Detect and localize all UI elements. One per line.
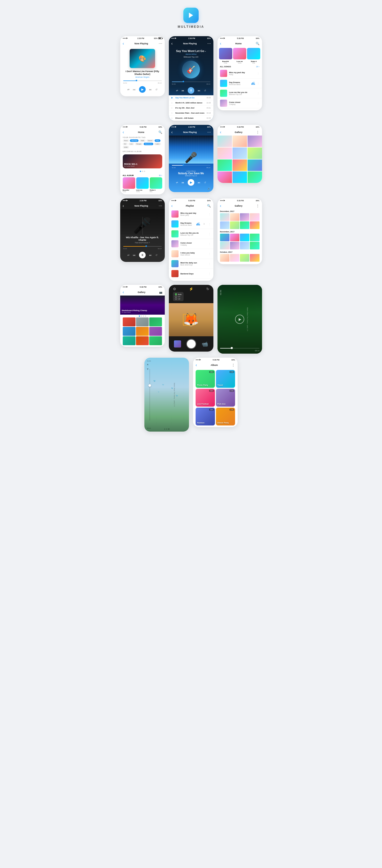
playlist-item-1[interactable]: Miss my past day Boom party ⋮ <box>169 209 214 219</box>
more-icon[interactable]: ⋮ <box>208 232 211 236</box>
playlist-item-2[interactable]: ▷ Worth it ft. 1000 million dance 02:25 <box>169 100 214 105</box>
volume-up-icon[interactable]: ▲ <box>147 363 149 366</box>
photo[interactable] <box>230 254 240 262</box>
shuffle-button[interactable]: ⇄ <box>176 181 178 184</box>
featured-album-3[interactable] <box>247 48 260 59</box>
progress-bar-container[interactable] <box>120 79 165 82</box>
prev-button[interactable]: ⏮ <box>133 88 135 91</box>
search-button[interactable]: 🔍 <box>207 204 211 208</box>
photo[interactable] <box>250 254 259 262</box>
tag-hiphop[interactable]: Hip-Hop <box>130 140 138 142</box>
tag-dance[interactable]: Dance <box>147 140 154 142</box>
shuffle-button[interactable]: ⇄ <box>176 89 178 92</box>
search-button[interactable]: 🔍 <box>158 130 162 134</box>
photo[interactable] <box>240 221 249 229</box>
video-mode-icon[interactable]: 📹 <box>202 341 208 347</box>
tag-bangla[interactable]: Bangla <box>135 143 143 145</box>
progress-bar[interactable] <box>172 165 210 165</box>
gallery-item-6[interactable] <box>248 148 262 159</box>
tag-rb[interactable]: R&B <box>139 140 146 142</box>
gallery-item-9[interactable] <box>248 159 262 171</box>
photo-thumb[interactable] <box>136 336 149 345</box>
tag-rock[interactable]: Rock <box>123 140 129 142</box>
more-button[interactable]: ⋮ <box>231 363 235 367</box>
more-icon[interactable]: ⋮ <box>208 243 211 245</box>
gallery-item-3[interactable] <box>248 135 262 147</box>
shuffle-button[interactable]: ⇄ <box>127 88 129 91</box>
album-dinner-party[interactable]: 179 Dinner Party <box>216 408 235 426</box>
tag-dj[interactable]: DJ <box>123 143 128 145</box>
next-button[interactable]: ⏭ <box>149 254 152 256</box>
rotate-icon[interactable]: ↻ <box>206 287 209 291</box>
gallery-item-5[interactable] <box>232 148 247 159</box>
gallery-item-10[interactable] <box>218 172 232 183</box>
pause-button[interactable]: ⏸ <box>139 252 146 258</box>
shuffle-button[interactable]: ⇄ <box>127 254 129 256</box>
upcoming-banner[interactable]: ROCK 501-1 By Local Street <box>123 154 162 168</box>
more-icon[interactable]: ⋮ <box>208 213 211 216</box>
pause-button[interactable]: ⏸ <box>188 87 194 94</box>
more-icon[interactable]: ⋮ <box>208 262 211 265</box>
playlist-item-3[interactable]: ▷ It's my life - Bon Jovi 04:21 <box>169 105 214 111</box>
photo[interactable] <box>220 254 229 262</box>
playlist-item-4[interactable]: Come closer Coldplay ⋮ <box>169 239 214 249</box>
repeat-button[interactable]: ↺ <box>155 88 157 91</box>
playlist-item-3[interactable]: Love me like you do Billboard Top 100 ⋮ <box>169 229 214 239</box>
repeat-button[interactable]: ↺ <box>155 254 157 256</box>
flash-icon[interactable]: ⚡ <box>189 287 193 291</box>
photo[interactable] <box>230 234 240 241</box>
more-button[interactable]: ⋯ <box>159 41 162 45</box>
more-icon[interactable]: ⋮ <box>257 92 259 95</box>
photo[interactable] <box>250 234 259 241</box>
volume-down-icon[interactable]: ▼ <box>147 368 149 370</box>
tag-live[interactable]: Live <box>128 143 134 145</box>
song-item-2[interactable]: Day Dreams American Band ⋮ <box>218 79 262 88</box>
photo[interactable] <box>250 242 259 249</box>
tag-pop[interactable]: Pop <box>155 140 160 142</box>
more-button[interactable]: ⋮ <box>256 204 259 208</box>
more-button[interactable]: ⋯ <box>207 130 211 134</box>
playlist-item-4[interactable]: ▷ November Rain - Gun and roses 03:19 <box>169 111 214 116</box>
camera-button[interactable]: 📷 <box>159 291 162 294</box>
prev-button[interactable]: ⏮ <box>133 254 135 256</box>
gallery-item-4[interactable] <box>218 148 232 159</box>
photo[interactable] <box>240 234 249 241</box>
progress-bar[interactable] <box>123 246 162 247</box>
playlist-item-5[interactable]: ▷ Dhoorie - Atif Aslam 02:25 <box>169 116 214 121</box>
playlist-item-6[interactable]: Meet the daily sun Back street boys ⋮ <box>169 259 214 269</box>
play-overlay[interactable]: ▶ <box>235 315 244 324</box>
photo[interactable] <box>220 234 229 241</box>
song-item-1[interactable]: Miss my past day Kiddy ⋮ <box>218 68 262 79</box>
photo[interactable] <box>220 242 229 249</box>
photo[interactable] <box>220 221 229 229</box>
gallery-item-2[interactable] <box>232 135 247 147</box>
photo[interactable] <box>250 221 259 229</box>
next-button[interactable]: ⏭ <box>198 89 200 92</box>
featured-album-2[interactable] <box>233 48 246 59</box>
prev-button[interactable]: ⏮ <box>182 181 184 184</box>
photo[interactable] <box>240 213 249 221</box>
photo[interactable] <box>230 221 240 229</box>
gallery-item-1[interactable] <box>218 135 232 147</box>
album-card-1[interactable]: Beautiful Kiddy <box>123 177 135 192</box>
photo[interactable] <box>240 254 249 262</box>
more-icon[interactable]: ⋮ <box>208 272 211 275</box>
more-icon[interactable]: ⋮ <box>257 72 259 75</box>
repeat-button[interactable]: ↺ <box>204 89 206 92</box>
photo[interactable] <box>230 213 240 221</box>
photo[interactable] <box>250 213 259 221</box>
album-park-zoo[interactable]: 179 Park Zoo <box>216 389 235 407</box>
progress-bar[interactable] <box>123 81 162 81</box>
progress-bar-container[interactable] <box>169 80 214 83</box>
album-card-2[interactable]: Love me Swifty <box>136 177 149 192</box>
playlist-item-2[interactable]: Day Dreams American Band ⏸ ⋮ <box>169 219 214 229</box>
progress-bar-container[interactable] <box>120 245 165 247</box>
album-travel[interactable]: 179 Travel <box>216 370 235 388</box>
more-icon[interactable]: ⋮ <box>208 223 211 225</box>
prev-button[interactable]: ⏮ <box>182 89 184 92</box>
photo-thumb[interactable] <box>123 327 135 336</box>
gallery-item-11[interactable] <box>232 172 247 183</box>
photo[interactable] <box>230 242 240 249</box>
repeat-button[interactable]: ↺ <box>204 181 206 184</box>
gallery-item-12[interactable] <box>248 172 262 183</box>
